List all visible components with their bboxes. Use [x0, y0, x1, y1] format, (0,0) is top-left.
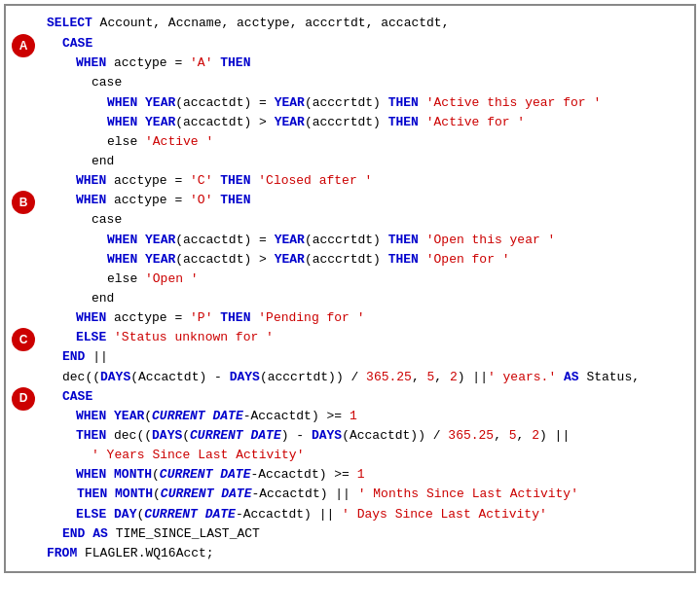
keyword-case-1: CASE	[62, 36, 92, 51]
code-block: SELECT Account, Accname, acctype, acccrt…	[4, 4, 696, 573]
line-28: FROM FLAGLER.WQ16Acct;	[18, 544, 686, 563]
badge-a: A	[12, 34, 35, 57]
badge-d: D	[12, 387, 35, 411]
line-7: else 'Active '	[18, 132, 686, 152]
line-26: ELSE DAY(CURRENT DATE-Accactdt) || ' Day…	[18, 505, 686, 524]
line-11: case	[18, 210, 686, 230]
line-14: else 'Open '	[18, 270, 686, 289]
line-9: WHEN acctype = 'C' THEN 'Closed after '	[18, 171, 686, 191]
line-25: THEN MONTH(CURRENT DATE-Accactdt) || ' M…	[18, 485, 686, 504]
line-16: WHEN acctype = 'P' THEN 'Pending for '	[18, 308, 686, 328]
keyword-case-2: CASE	[62, 389, 92, 404]
line-5: WHEN YEAR(accactdt) = YEAR(acccrtdt) THE…	[18, 93, 686, 113]
line-8: end	[18, 152, 686, 171]
line-15: end	[18, 289, 686, 308]
line-2: A CASE	[18, 34, 686, 54]
line-22: THEN dec((DAYS(CURRENT DATE) - DAYS(Acca…	[18, 426, 686, 446]
line-3: WHEN acctype = 'A' THEN	[18, 54, 686, 73]
line-13: WHEN YEAR(accactdt) > YEAR(acccrtdt) THE…	[18, 250, 686, 270]
line-1: SELECT Account, Accname, acctype, acccrt…	[18, 14, 686, 33]
line-24: WHEN MONTH(CURRENT DATE-Accactdt) >= 1	[18, 465, 686, 485]
line-21: WHEN YEAR(CURRENT DATE-Accactdt) >= 1	[18, 407, 686, 426]
line-18: END ||	[18, 347, 686, 367]
line-19: dec((DAYS(Accactdt) - DAYS(acccrtdt)) / …	[18, 368, 686, 387]
line-12: WHEN YEAR(accactdt) = YEAR(acccrtdt) THE…	[18, 231, 686, 250]
line-6: WHEN YEAR(accactdt) > YEAR(acccrtdt) THE…	[18, 113, 686, 132]
line-17: C ELSE 'Status unknown for '	[18, 328, 686, 347]
line-27: END AS TIME_SINCE_LAST_ACT	[18, 524, 686, 544]
line-4: case	[18, 73, 686, 92]
line-10: B WHEN acctype = 'O' THEN	[18, 191, 686, 210]
line-23: ' Years Since Last Activity'	[18, 446, 686, 465]
keyword-select: SELECT	[47, 16, 92, 30]
line-20: D CASE	[18, 387, 686, 407]
